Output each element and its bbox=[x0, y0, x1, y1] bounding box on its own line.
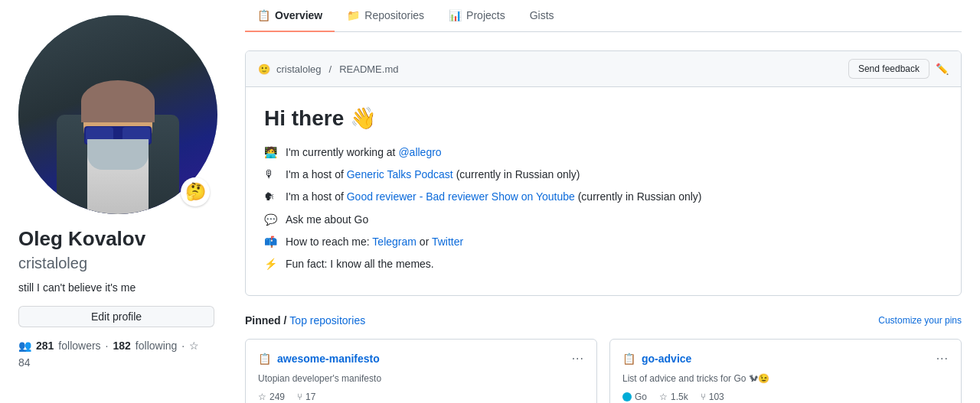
following-link[interactable]: 182 bbox=[113, 340, 131, 352]
readme-header: 🙂 cristaloleg / README.md Send feedback … bbox=[246, 51, 961, 87]
avatar-wrapper: 🤔 bbox=[18, 15, 217, 214]
dot-separator: · bbox=[106, 340, 109, 352]
avatar-badge: 🤔 bbox=[181, 177, 210, 206]
bullet-emoji-3: 💬 bbox=[264, 210, 279, 229]
repo-name-link-1[interactable]: go-advice bbox=[642, 353, 691, 365]
edit-profile-button[interactable]: Edit profile bbox=[18, 306, 214, 327]
lang-label-1: Go bbox=[635, 392, 647, 402]
pinned-title: Pinned / Top repositories bbox=[245, 314, 365, 327]
twitter-link[interactable]: Twitter bbox=[432, 236, 463, 248]
profile-bio: still I can't believe it's me bbox=[18, 281, 214, 294]
followers-link[interactable]: 281 bbox=[36, 340, 54, 352]
readme-card: 🙂 cristaloleg / README.md Send feedback … bbox=[245, 50, 962, 296]
allegro-link[interactable]: @allegro bbox=[398, 146, 441, 158]
list-item-text-3: Ask me about Go bbox=[286, 210, 368, 229]
repo-card-0: 📋 awesome-manifesto ··· Utopian develope… bbox=[245, 339, 597, 403]
stars-count: 84 bbox=[18, 356, 31, 369]
readme-header-left: 🙂 cristaloleg / README.md bbox=[258, 63, 398, 75]
bullet-emoji-0: 🧑‍💻 bbox=[264, 143, 279, 162]
list-item: 📫 How to reach me: Telegram or Twitter bbox=[264, 232, 942, 252]
overview-icon: 📋 bbox=[257, 9, 270, 21]
top-repos-link[interactable]: Top repositories bbox=[289, 314, 365, 327]
readme-path-file: README.md bbox=[339, 63, 398, 75]
repo-card-header-0: 📋 awesome-manifesto ··· bbox=[258, 352, 584, 366]
fork-icon-0: ⑂ bbox=[297, 392, 302, 402]
bullet-emoji-4: 📫 bbox=[264, 232, 279, 252]
repo-name-link-0[interactable]: awesome-manifesto bbox=[277, 353, 380, 365]
list-item: 🎙 I'm a host of Generic Talks Podcast (c… bbox=[264, 165, 942, 184]
repo-card-title-0: 📋 awesome-manifesto bbox=[258, 353, 380, 365]
readme-path-user: cristaloleg bbox=[276, 63, 322, 75]
sidebar: 🤔 Oleg Kovalov cristaloleg still I can't… bbox=[0, 0, 227, 403]
stars-stat-0: ☆ 249 bbox=[258, 392, 285, 402]
tab-repositories[interactable]: 📁 Repositories bbox=[335, 0, 436, 32]
repo-description-0: Utopian developer's manifesto bbox=[258, 372, 584, 385]
star-icon-1: ☆ bbox=[659, 392, 668, 402]
follow-stats: 👥 281 followers · 182 following · ☆ 84 bbox=[18, 340, 214, 369]
person-icon: 👥 bbox=[18, 340, 31, 352]
repo-card-1: 📋 go-advice ··· List of advice and trick… bbox=[609, 339, 962, 403]
bullet-emoji-2: 🗣 bbox=[264, 187, 279, 206]
send-feedback-button[interactable]: Send feedback bbox=[848, 59, 929, 79]
repo-icon: 📁 bbox=[347, 9, 360, 21]
readme-body: Hi there 👋 🧑‍💻 I'm currently working at … bbox=[246, 87, 961, 295]
readme-title: Hi there 👋 bbox=[264, 106, 942, 131]
projects-icon: 📊 bbox=[449, 9, 462, 21]
tab-gists-label: Gists bbox=[530, 9, 554, 21]
repo-stats-0: ☆ 249 ⑂ 17 bbox=[258, 392, 584, 402]
stars-count-0: 249 bbox=[270, 392, 285, 402]
dot-separator-2: · bbox=[181, 340, 185, 352]
telegram-link[interactable]: Telegram bbox=[372, 236, 416, 248]
main-content: 📋 Overview 📁 Repositories 📊 Projects Gis… bbox=[227, 0, 980, 403]
list-item: 🗣 I'm a host of Good reviewer - Bad revi… bbox=[264, 187, 942, 206]
smiley-icon: 🙂 bbox=[258, 63, 270, 75]
stars-count-1: 1.5k bbox=[671, 392, 688, 402]
forks-count-0: 17 bbox=[305, 392, 315, 402]
stars-stat-1: ☆ 1.5k bbox=[659, 392, 688, 402]
star-icon-0: ☆ bbox=[258, 392, 266, 402]
tab-projects[interactable]: 📊 Projects bbox=[436, 0, 518, 32]
repo-options-1[interactable]: ··· bbox=[936, 352, 949, 366]
following-label: following bbox=[136, 340, 177, 352]
edit-pencil-icon[interactable]: ✏️ bbox=[936, 63, 949, 75]
repo-card-title-1: 📋 go-advice bbox=[622, 353, 691, 365]
list-item-text-1: I'm a host of Generic Talks Podcast (cur… bbox=[286, 165, 580, 184]
pinned-header: Pinned / Top repositories Customize your… bbox=[245, 314, 962, 327]
repo-book-icon-0: 📋 bbox=[258, 353, 271, 365]
list-item: ⚡ Fun fact: I know all the memes. bbox=[264, 255, 942, 274]
repo-options-0[interactable]: ··· bbox=[572, 352, 584, 366]
profile-name: Oleg Kovalov bbox=[18, 226, 214, 252]
slash: / bbox=[329, 63, 332, 75]
forks-stat-0: ⑂ 17 bbox=[297, 392, 315, 402]
repo-card-header-1: 📋 go-advice ··· bbox=[622, 352, 949, 366]
nav-tabs: 📋 Overview 📁 Repositories 📊 Projects Gis… bbox=[245, 0, 962, 32]
tab-projects-label: Projects bbox=[466, 9, 505, 21]
lang-stat-1: Go bbox=[622, 392, 647, 402]
tab-repos-label: Repositories bbox=[364, 9, 424, 21]
forks-count-1: 103 bbox=[709, 392, 724, 402]
podcast-link[interactable]: Generic Talks Podcast bbox=[347, 168, 453, 180]
bullet-emoji-1: 🎙 bbox=[264, 165, 279, 184]
tab-overview[interactable]: 📋 Overview bbox=[245, 0, 335, 32]
tab-overview-label: Overview bbox=[275, 9, 322, 21]
list-item: 🧑‍💻 I'm currently working at @allegro bbox=[264, 143, 942, 162]
customize-pins-link[interactable]: Customize your pins bbox=[878, 315, 962, 326]
repo-description-1: List of advice and tricks for Go 🐿😉 bbox=[622, 372, 949, 385]
followers-label: followers bbox=[58, 340, 100, 352]
tab-gists[interactable]: Gists bbox=[518, 0, 567, 32]
youtube-link[interactable]: Good reviewer - Bad reviewer Show on You… bbox=[347, 190, 575, 203]
list-item-text-0: I'm currently working at @allegro bbox=[286, 143, 442, 162]
list-item-text-2: I'm a host of Good reviewer - Bad review… bbox=[286, 187, 702, 206]
star-icon: ☆ bbox=[189, 340, 199, 352]
readme-list: 🧑‍💻 I'm currently working at @allegro 🎙 … bbox=[264, 143, 942, 274]
list-item-text-5: Fun fact: I know all the memes. bbox=[286, 255, 434, 274]
profile-username: cristaloleg bbox=[18, 255, 214, 272]
pinned-grid: 📋 awesome-manifesto ··· Utopian develope… bbox=[245, 339, 962, 403]
bullet-emoji-5: ⚡ bbox=[264, 255, 279, 274]
lang-dot-1 bbox=[622, 392, 632, 401]
repo-stats-1: Go ☆ 1.5k ⑂ 103 bbox=[622, 392, 949, 402]
repo-book-icon-1: 📋 bbox=[622, 353, 635, 365]
fork-icon-1: ⑂ bbox=[701, 392, 706, 402]
list-item: 💬 Ask me about Go bbox=[264, 210, 942, 229]
list-item-text-4: How to reach me: Telegram or Twitter bbox=[286, 232, 463, 252]
